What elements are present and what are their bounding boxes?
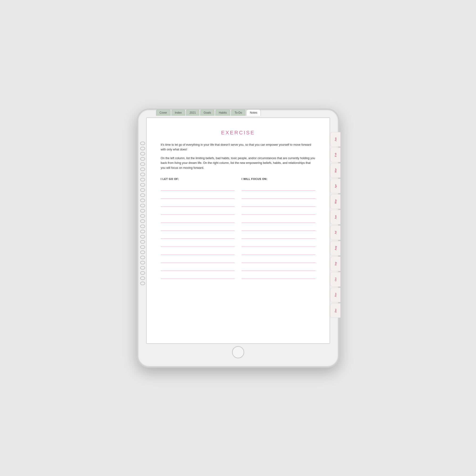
home-button[interactable]	[232, 346, 244, 358]
write-line[interactable]	[242, 208, 315, 215]
spiral-ring	[140, 183, 145, 187]
write-line[interactable]	[161, 208, 235, 215]
spiral-ring	[140, 282, 145, 285]
write-line[interactable]	[161, 200, 235, 207]
spiral-ring	[140, 214, 145, 218]
write-line[interactable]	[161, 264, 235, 271]
month-tab-may[interactable]: May	[330, 194, 340, 209]
page-body: It's time to let go of everything in you…	[161, 142, 315, 170]
spiral-ring	[140, 219, 145, 223]
write-line[interactable]	[161, 240, 235, 247]
spiral-ring	[140, 209, 145, 213]
spiral-ring	[140, 162, 145, 166]
spiral-ring	[140, 204, 145, 207]
paragraph-2: On the left column, list the limiting be…	[161, 156, 315, 170]
paragraph-1: It's time to let go of everything in you…	[161, 142, 315, 152]
write-line[interactable]	[161, 272, 235, 279]
month-tab-jul[interactable]: Jul	[330, 225, 340, 240]
write-line[interactable]	[242, 272, 315, 279]
write-line[interactable]	[242, 240, 315, 247]
month-tab-feb[interactable]: Feb	[330, 148, 340, 162]
spiral-ring	[140, 193, 145, 197]
month-tab-apr[interactable]: Apr	[330, 179, 340, 193]
spiral-ring	[140, 152, 145, 156]
month-tab-sep[interactable]: Sep	[330, 256, 340, 271]
month-tab-oct[interactable]: Oct	[330, 272, 340, 287]
nav-tabs: Cover Index 2021 Goals Habits To-Do Note…	[156, 109, 261, 116]
write-line[interactable]	[242, 184, 315, 191]
spiral-ring	[140, 245, 145, 249]
spiral-ring	[140, 276, 145, 280]
tablet-screen: Cover Index 2021 Goals Habits To-Do Note…	[146, 118, 330, 344]
spiral-ring	[140, 235, 145, 238]
spiral-ring	[140, 230, 145, 233]
tab-habits[interactable]: Habits	[215, 109, 230, 116]
month-tab-mar[interactable]: Mar	[330, 163, 340, 178]
spiral-ring	[140, 255, 145, 259]
spiral-ring	[140, 172, 145, 176]
spiral-ring	[140, 141, 145, 145]
tab-todo[interactable]: To-Do	[231, 109, 246, 116]
tablet: Cover Index 2021 Goals Habits To-Do Note…	[137, 108, 340, 368]
write-line[interactable]	[242, 256, 315, 263]
write-line[interactable]	[161, 248, 235, 255]
columns-section: I LET GO OF: I WILL FOCUS ON:	[161, 178, 315, 280]
spiral-ring	[140, 240, 145, 244]
spiral-ring	[140, 157, 145, 161]
month-tab-jan[interactable]: Jan	[330, 132, 340, 147]
page-content: EXERCISE It's time to let go of everythi…	[147, 118, 330, 343]
write-line[interactable]	[242, 232, 315, 239]
month-tab-jun[interactable]: Jun	[330, 210, 340, 224]
write-line[interactable]	[242, 216, 315, 223]
spiral-ring	[140, 147, 145, 151]
spiral-ring	[140, 199, 145, 202]
write-line[interactable]	[161, 192, 235, 199]
spiral-ring	[140, 271, 145, 275]
spiral-ring	[140, 178, 145, 182]
tab-notes[interactable]: Notes	[246, 109, 261, 116]
tab-cover[interactable]: Cover	[156, 109, 171, 116]
write-line[interactable]	[242, 192, 315, 199]
spiral-ring	[140, 167, 145, 171]
right-column: I WILL FOCUS ON:	[242, 178, 315, 280]
left-column-header: I LET GO OF:	[161, 178, 235, 180]
page-title: EXERCISE	[161, 130, 315, 136]
tab-index[interactable]: Index	[171, 109, 185, 116]
spiral-ring	[140, 261, 145, 265]
write-line[interactable]	[161, 224, 235, 231]
month-tab-dec[interactable]: Dec	[330, 303, 340, 318]
write-line[interactable]	[161, 232, 235, 239]
write-line[interactable]	[242, 248, 315, 255]
month-tab-aug[interactable]: Aug	[330, 241, 340, 255]
tab-goals[interactable]: Goals	[200, 109, 215, 116]
write-line[interactable]	[242, 200, 315, 207]
write-line[interactable]	[161, 216, 235, 223]
month-tab-nov[interactable]: Nov	[330, 288, 340, 302]
write-line[interactable]	[242, 224, 315, 231]
spiral-binding	[140, 141, 145, 285]
spiral-ring	[140, 250, 145, 254]
spiral-ring	[140, 188, 145, 192]
write-line[interactable]	[161, 184, 235, 191]
left-column: I LET GO OF:	[161, 178, 235, 280]
tab-2021[interactable]: 2021	[186, 109, 200, 116]
spiral-ring	[140, 266, 145, 270]
spiral-ring	[140, 224, 145, 228]
write-line[interactable]	[161, 256, 235, 263]
month-tabs: Jan Feb Mar Apr May Jun Jul Aug Sep Oct …	[330, 132, 340, 318]
write-line[interactable]	[242, 264, 315, 271]
right-column-header: I WILL FOCUS ON:	[242, 178, 315, 180]
